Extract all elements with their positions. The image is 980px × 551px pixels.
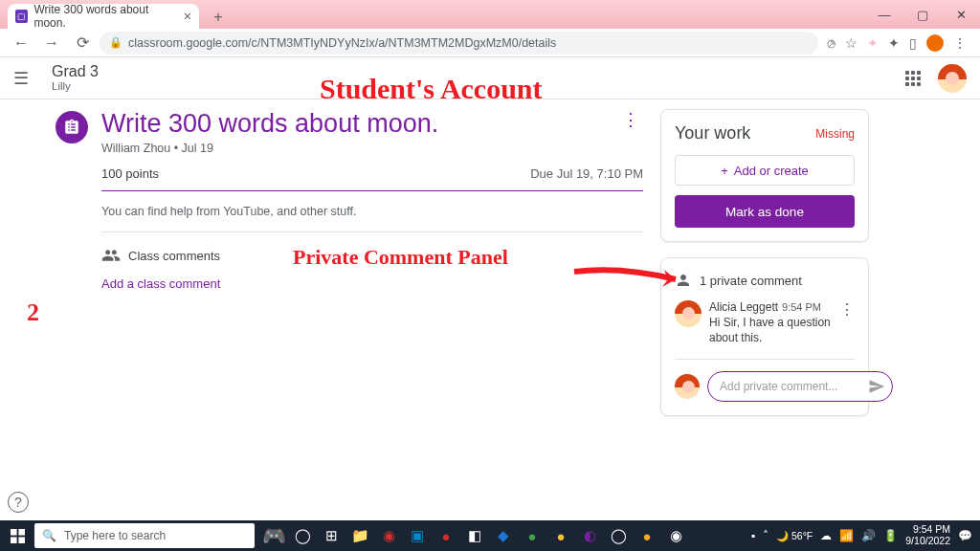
profile-icon[interactable] <box>926 34 944 52</box>
assignment-title: Write 300 words about moon. <box>101 109 438 139</box>
send-icon[interactable] <box>868 378 885 395</box>
svg-rect-3 <box>18 537 25 543</box>
commenter-avatar <box>675 300 702 327</box>
svg-rect-2 <box>11 537 17 543</box>
reload-button[interactable]: ⟳ <box>69 30 96 56</box>
extensions-button[interactable]: ✦ <box>888 35 900 51</box>
taskbar-app[interactable]: 📁 <box>346 522 373 549</box>
user-avatar-small <box>675 374 700 399</box>
add-class-comment-button[interactable]: Add a class comment <box>101 276 643 291</box>
new-tab-button[interactable]: + <box>207 6 230 29</box>
class-breadcrumb[interactable]: Grad 3 Lilly <box>52 63 99 94</box>
comment-text: Hi Sir, I have a question about this. <box>709 316 832 345</box>
your-work-title: Your work <box>675 123 750 143</box>
annotation-arrow <box>572 264 687 293</box>
annotation-number: 2 <box>27 298 39 327</box>
system-tray: ▪ ˄ 🌙 56°F ☁ 📶 🔊 🔋 9:54 PM 9/10/2022 💬 <box>751 524 980 546</box>
private-comments-card: 1 private comment Alicia Leggett9:54 PM … <box>660 257 869 416</box>
wifi-icon[interactable]: 📶 <box>839 529 854 542</box>
taskbar-app[interactable]: ◉ <box>375 522 402 549</box>
task-view-icon[interactable]: ⊞ <box>318 522 345 549</box>
forward-button[interactable]: → <box>38 30 65 56</box>
taskbar-search[interactable]: 🔍Type here to search <box>34 523 255 548</box>
start-button[interactable] <box>0 520 34 551</box>
annotation-title: Student's Account <box>320 73 543 105</box>
status-badge: Missing <box>815 127 855 141</box>
private-comment: Alicia Leggett9:54 PM Hi Sir, I have a q… <box>675 300 855 345</box>
taskbar-app[interactable]: ● <box>519 522 546 549</box>
taskbar-app[interactable]: ● <box>433 522 459 549</box>
assignment-more-icon[interactable]: ⋮ <box>618 109 643 130</box>
help-icon[interactable]: ? <box>8 492 29 513</box>
window-controls: — ▢ ✕ <box>865 0 980 29</box>
assignment-description: You can find help from YouTube, and othe… <box>101 205 643 232</box>
menu-icon[interactable]: ⋮ <box>953 35 967 51</box>
comment-more-icon[interactable]: ⋮ <box>839 300 855 345</box>
svg-rect-0 <box>11 529 17 536</box>
assignment-icon <box>56 111 88 143</box>
onedrive-icon[interactable]: ☁ <box>820 529 832 542</box>
browser-tab-strip: ▢ Write 300 words about moon. × + — ▢ ✕ <box>0 0 980 29</box>
windows-taskbar: 🔍Type here to search 🎮 ◯ ⊞ 📁 ◉ ▣ ● ◧ ◆ ●… <box>0 520 980 551</box>
comment-time: 9:54 PM <box>782 301 821 313</box>
user-avatar[interactable] <box>938 64 967 93</box>
assignment-meta: William Zhou • Jul 19 <box>101 142 643 155</box>
back-button[interactable]: ← <box>8 30 34 56</box>
class-section: Lilly <box>52 80 99 93</box>
close-window-button[interactable]: ✕ <box>942 8 980 22</box>
taskbar-app[interactable]: ▣ <box>404 522 431 549</box>
google-apps-icon[interactable] <box>905 71 921 86</box>
tab-title: Write 300 words about moon. <box>33 3 177 30</box>
taskbar-items: 🎮 ◯ ⊞ 📁 ◉ ▣ ● ◧ ◆ ● ● ◐ ◯ ● ◉ <box>260 522 689 549</box>
minimize-button[interactable]: — <box>865 8 903 22</box>
mark-as-done-button[interactable]: Mark as done <box>675 195 855 228</box>
taskbar-app[interactable]: ◐ <box>576 522 603 549</box>
url-input[interactable]: 🔒 classroom.google.com/c/NTM3MTIyNDYyNzI… <box>100 32 818 55</box>
weather-widget[interactable]: 🌙 56°F <box>776 530 813 542</box>
url-text: classroom.google.com/c/NTM3MTIyNDYyNzIx/… <box>128 36 556 50</box>
lock-icon: 🔒 <box>109 36 122 49</box>
tray-icon[interactable]: ˄ <box>763 529 768 542</box>
your-work-card: Your work Missing +Add or create Mark as… <box>660 109 869 242</box>
private-comments-heading: 1 private comment <box>675 272 855 289</box>
people-icon <box>101 246 121 265</box>
close-tab-icon[interactable]: × <box>184 9 191 24</box>
class-name: Grad 3 <box>52 63 99 80</box>
search-icon: 🔍 <box>42 529 56 542</box>
svg-rect-1 <box>18 529 25 536</box>
side-panel-icon[interactable]: ▯ <box>909 35 917 51</box>
cortana-icon[interactable]: ◯ <box>289 522 316 549</box>
add-or-create-button[interactable]: +Add or create <box>675 155 855 186</box>
taskbar-app[interactable]: ◯ <box>605 522 632 549</box>
volume-icon[interactable]: 🔊 <box>861 529 876 542</box>
browser-actions: ⎋ ☆ ✦ ✦ ▯ ⋮ <box>822 34 972 52</box>
taskbar-app[interactable]: ◉ <box>662 522 689 549</box>
taskbar-app[interactable]: ● <box>547 522 574 549</box>
taskbar-app[interactable]: ● <box>634 522 660 549</box>
plus-icon: + <box>721 164 728 178</box>
address-bar: ← → ⟳ 🔒 classroom.google.com/c/NTM3MTIyN… <box>0 29 980 57</box>
bookmark-icon[interactable]: ☆ <box>845 35 858 51</box>
annotation-panel-label: Private Comment Panel <box>293 245 508 270</box>
taskbar-app[interactable]: ◆ <box>490 522 517 549</box>
classroom-favicon: ▢ <box>15 10 28 23</box>
taskbar-app[interactable]: ◧ <box>461 522 488 549</box>
due-label: Due Jul 19, 7:10 PM <box>530 166 643 181</box>
browser-tab[interactable]: ▢ Write 300 words about moon. × <box>8 4 199 29</box>
points-label: 100 points <box>101 166 159 181</box>
battery-icon[interactable]: 🔋 <box>883 529 898 542</box>
private-comment-input[interactable] <box>707 371 893 402</box>
hamburger-menu-icon[interactable]: ☰ <box>13 68 52 89</box>
maximize-button[interactable]: ▢ <box>903 8 942 22</box>
commenter-name: Alicia Leggett <box>709 300 778 314</box>
tray-icon[interactable]: ▪ <box>751 529 755 542</box>
extension-icon[interactable]: ✦ <box>867 35 879 51</box>
clock[interactable]: 9:54 PM 9/10/2022 <box>905 524 950 546</box>
taskbar-app[interactable]: 🎮 <box>260 522 287 549</box>
notifications-icon[interactable]: 💬 <box>958 529 972 542</box>
share-icon[interactable]: ⎋ <box>828 35 835 51</box>
